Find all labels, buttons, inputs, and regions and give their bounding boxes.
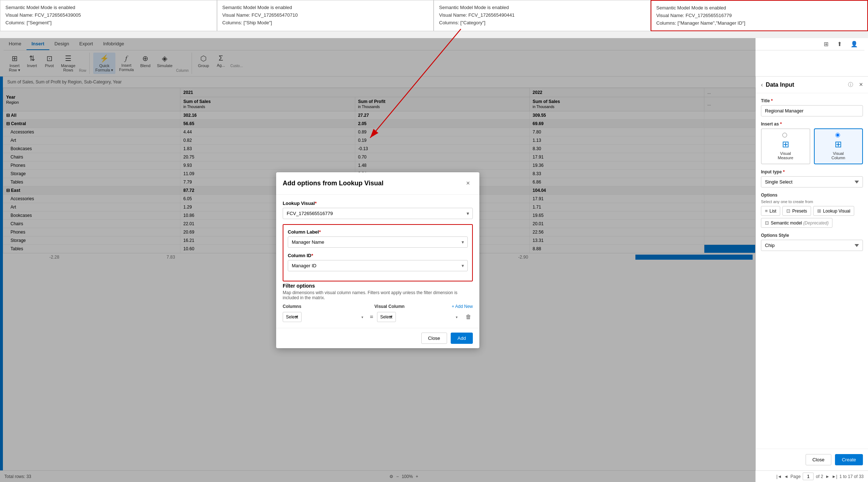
tooltip-2: Semantic Model Mode is enabled Visual Na… (217, 0, 434, 31)
column-id-select[interactable]: Manager ID (288, 260, 468, 271)
visual-measure-radio[interactable] (782, 133, 787, 137)
insert-as-label: Insert as * (761, 121, 863, 127)
options-style-select[interactable]: Chip List Dropdown (761, 240, 863, 251)
column-label-label: Column Label* (288, 229, 468, 235)
tooltip-1: Semantic Model Mode is enabled Visual Na… (0, 0, 217, 31)
column-id-wrapper: Manager ID ▾ (288, 260, 468, 271)
list-icon: ≡ (765, 208, 768, 214)
visual-column-icon: ⊞ (835, 139, 842, 149)
options-label: Options (761, 193, 863, 198)
tooltip-container: Semantic Model Mode is enabled Visual Na… (0, 0, 868, 31)
modal-add-button[interactable]: Add (451, 333, 473, 344)
layout-icon[interactable]: ⊞ (821, 39, 831, 49)
modal-overlay: Add options from Lookup Visual × Lookup … (0, 38, 756, 482)
page-range-label: 1 to 17 of 33 (839, 474, 864, 479)
right-panel: ‹ Data Input ⓘ × Title * Insert as (756, 77, 868, 470)
info-icon[interactable]: ⓘ (848, 82, 853, 88)
filter-visual-col-label: Visual Column (374, 304, 452, 309)
right-panel-footer: Close Create (756, 449, 868, 470)
visual-column-radio[interactable] (835, 133, 840, 137)
first-page-icon[interactable]: |◄ (776, 474, 782, 479)
filter-row: Select ▾ = Select ▾ 🗑 (283, 312, 473, 322)
lookup-visual-select-wrapper: FCV_1726565516779 ▾ (283, 208, 473, 219)
filter-vc-chevron-icon: ▾ (456, 315, 458, 319)
filter-columns-label: Columns (283, 304, 360, 309)
column-id-field: Column ID* Manager ID ▾ (288, 253, 468, 271)
column-id-label: Column ID* (288, 253, 468, 258)
filter-col-select[interactable]: Select (283, 312, 302, 322)
right-panel-create-button[interactable]: Create (835, 454, 863, 465)
title-field: Title * (761, 98, 863, 116)
modal: Add options from Lookup Visual × Lookup … (276, 172, 479, 348)
filter-add-new-link[interactable]: + Add New (452, 304, 473, 309)
column-label-field: Column Label* Manager Name ▾ (288, 229, 468, 248)
modal-title: Add options from Lookup Visual (283, 180, 463, 187)
modal-close-button[interactable]: Close (421, 333, 447, 344)
lookup-visual-label: Lookup Visual* (283, 201, 473, 206)
options-style-field: Options Style Chip List Dropdown (761, 233, 863, 251)
lookup-visual-field: Lookup Visual* FCV_1726565516779 ▾ (283, 201, 473, 219)
options-field: Options Select any one to create from ≡ … (761, 193, 863, 228)
page-input[interactable] (803, 473, 814, 480)
filter-vc-select-wrapper: Select ▾ (377, 312, 460, 322)
semantic-model-option-button[interactable]: ⊡ Semantic model (Deprecated) (761, 218, 832, 228)
next-page-icon[interactable]: ► (825, 474, 830, 479)
tooltip-4: Semantic Model Mode is enabled Visual Na… (651, 0, 868, 31)
column-label-wrapper: Manager Name ▾ (288, 236, 468, 248)
modal-body: Lookup Visual* FCV_1726565516779 ▾ Colum… (276, 195, 479, 328)
right-panel-body: Title * Insert as * (756, 93, 868, 256)
filter-col-chevron-icon: ▾ (361, 315, 363, 319)
filter-options-desc: Map dimensions with visual column names.… (283, 290, 473, 300)
filter-vc-select[interactable]: Select (377, 312, 396, 322)
filter-col-header: Columns Visual Column + Add New (283, 304, 473, 309)
right-panel-title: Data Input (766, 82, 845, 88)
column-label-select[interactable]: Manager Name (288, 236, 468, 248)
options-style-label: Options Style (761, 233, 863, 238)
column-selection-section: Column Label* Manager Name ▾ Column ID* (283, 224, 473, 281)
list-option-button[interactable]: ≡ List (761, 206, 780, 216)
filter-col-select-wrapper: Select ▾ (283, 312, 366, 322)
back-chevron-icon[interactable]: ‹ (761, 82, 763, 88)
page-total-label: of 2 (816, 474, 823, 479)
upload-icon[interactable]: ⬆ (834, 39, 845, 49)
options-desc: Select any one to create from (761, 199, 863, 204)
input-type-field: Input type * Single Select Multi Select … (761, 169, 863, 188)
insert-as-options: ⊞ VisualMeasure ⊞ VisualColumn (761, 128, 863, 164)
visual-measure-icon: ⊞ (782, 139, 789, 149)
modal-footer: Close Add (276, 328, 479, 348)
options-style-wrapper: Chip List Dropdown (761, 240, 863, 251)
visual-column-label: VisualColumn (831, 151, 845, 160)
visual-measure-card[interactable]: ⊞ VisualMeasure (761, 128, 810, 164)
semantic-icon: ⊡ (765, 220, 769, 226)
presets-option-button[interactable]: ⊡ Presets (782, 206, 811, 216)
filter-equals-symbol: = (370, 314, 373, 320)
visual-measure-label: VisualMeasure (778, 151, 793, 160)
user-icon[interactable]: 👤 (848, 39, 861, 49)
status-bar-right: |◄ ◄ Page of 2 ► ►| 1 to 17 of 33 (776, 473, 864, 480)
modal-close-icon[interactable]: × (463, 178, 473, 189)
filter-options-section: Filter options Map dimensions with visua… (283, 283, 473, 322)
last-page-icon[interactable]: ►| (832, 474, 837, 479)
title-field-label: Title * (761, 98, 863, 103)
lookup-icon: ⊞ (817, 208, 821, 214)
input-type-label: Input type * (761, 169, 863, 174)
input-type-select-wrapper: Single Select Multi Select Text (761, 176, 863, 188)
right-panel-header: ‹ Data Input ⓘ × (756, 77, 868, 93)
modal-header: Add options from Lookup Visual × (276, 172, 479, 195)
visual-column-card[interactable]: ⊞ VisualColumn (814, 128, 863, 164)
page-label: Page (790, 474, 801, 479)
close-panel-icon[interactable]: × (859, 81, 863, 88)
options-buttons: ≡ List ⊡ Presets ⊞ Lookup Visual ⊡ (761, 206, 863, 228)
right-panel-close-button[interactable]: Close (806, 454, 831, 465)
insert-as-field: Insert as * ⊞ VisualMeasure (761, 121, 863, 164)
prev-page-icon[interactable]: ◄ (784, 474, 788, 479)
title-input[interactable] (761, 105, 863, 116)
filter-options-title: Filter options (283, 283, 473, 289)
filter-delete-icon[interactable]: 🗑 (464, 312, 473, 322)
presets-icon: ⊡ (786, 208, 790, 214)
lookup-visual-select[interactable]: FCV_1726565516779 (283, 208, 473, 219)
tooltip-3: Semantic Model Mode is enabled Visual Na… (434, 0, 651, 31)
input-type-select[interactable]: Single Select Multi Select Text (761, 176, 863, 188)
lookup-visual-option-button[interactable]: ⊞ Lookup Visual (813, 206, 854, 216)
